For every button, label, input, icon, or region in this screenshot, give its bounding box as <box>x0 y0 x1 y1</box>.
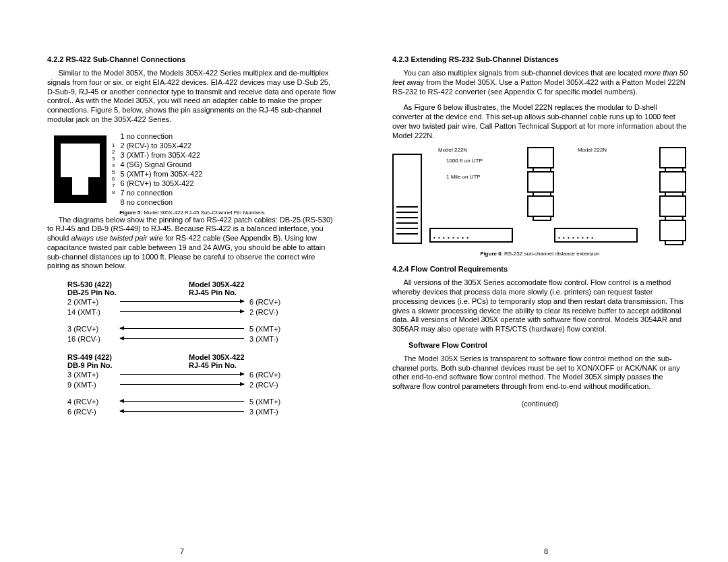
rj45-pin-list: 1 no connection 2 (RCV-) to 305X-422 3 (… <box>120 131 202 207</box>
pinning-table-rs449: RS-449 (422) Model 305X-422 DB-9 Pin No.… <box>67 353 297 416</box>
arrow-left-icon <box>120 328 244 329</box>
rj45-icon <box>54 135 107 203</box>
figure-6: Model 222N Model 222N 1000 ft on UTP 1 M… <box>392 147 688 248</box>
figure-6-caption: Figure 6. RS-232 sub-channel distance ex… <box>392 251 688 257</box>
pin-left: 4 (RCV+) <box>67 398 115 406</box>
continued-label: (continued) <box>392 400 688 408</box>
arrow-right-icon <box>120 384 244 385</box>
pin-right: 3 (XMT-) <box>249 335 297 343</box>
pin-4: 4 (SG) Signal Ground <box>120 160 202 169</box>
table-subhead-left: DB-25 Pin No. <box>67 288 189 296</box>
table-row: 3 (XMT+)6 (RCV+) <box>67 369 297 379</box>
heading-flowcontrol: 4.2.4 Flow Control Requirements <box>392 265 688 273</box>
page-number-left: 7 <box>0 547 364 555</box>
table-row: 4 (RCV+)5 (XMT+) <box>67 396 297 406</box>
pin-3: 3 (XMT-) from 305X-422 <box>120 150 202 160</box>
arrow-left-icon <box>120 338 244 339</box>
pin-right: 5 (XMT+) <box>249 398 297 406</box>
table-head-left: RS-449 (422) <box>67 353 189 361</box>
pin-left: 3 (RCV+) <box>67 325 115 333</box>
arrow-right-icon <box>120 301 244 302</box>
pin-5: 5 (XMT+) from 305X-422 <box>120 169 202 179</box>
table-subhead-left: DB-9 Pin No. <box>67 361 189 369</box>
para-extending-2: As Figure 6 below illustrates, the Model… <box>392 103 688 140</box>
pc-icon <box>527 195 554 217</box>
page-right: 4.2.3 Extending RS-232 Sub-Channel Dista… <box>364 0 728 562</box>
figure-5-caption: Figure 5: Model 305X-422 RJ-45 Sub-Chann… <box>47 210 337 216</box>
table-row: 3 (RCV+)5 (XMT+) <box>67 323 297 334</box>
pin-left: 9 (XMT-) <box>67 381 115 389</box>
arrow-right-icon <box>120 311 244 312</box>
para-softwarefc: The Model 305X Series is transparent to … <box>392 354 688 392</box>
pc-icon <box>527 147 554 168</box>
table-row: 6 (RCV-)3 (XMT-) <box>67 406 297 416</box>
pin-7: 7 no connection <box>120 188 202 197</box>
arrow-left-icon <box>120 411 244 412</box>
arrow-right-icon <box>120 374 244 375</box>
pin-left: 16 (RCV-) <box>67 335 115 343</box>
table-head-right: Model 305X-422 <box>189 353 245 361</box>
heading-extending: 4.2.3 Extending RS-232 Sub-Channel Dista… <box>392 55 688 63</box>
pin-1: 1 no connection <box>120 131 202 141</box>
figure-5: 12345678 1 no connection 2 (RCV-) to 305… <box>54 131 337 207</box>
para-extending-1: You can also multiplex signals from sub-… <box>392 69 688 96</box>
pinning-table-rs530: RS-530 (422) Model 305X-422 DB-25 Pin No… <box>67 280 297 344</box>
table-subhead-right: RJ-45 Pin No. <box>189 288 237 296</box>
heading-softwarefc: Software Flow Control <box>408 341 688 349</box>
para-422-intro: Similar to the Model 305X, the Models 30… <box>47 69 337 125</box>
table-row: 9 (XMT-)2 (RCV-) <box>67 379 297 389</box>
pin-right: 6 (RCV+) <box>249 371 297 379</box>
para-flowcontrol: All versions of the 305X Series accomoda… <box>392 278 688 334</box>
page-number-right: 8 <box>364 547 728 555</box>
table-head-left: RS-530 (422) <box>67 280 189 288</box>
pc-icon <box>659 171 686 193</box>
pin-right: 2 (RCV-) <box>249 381 297 389</box>
pc-icon <box>527 171 554 193</box>
pin-right: 2 (RCV-) <box>249 308 297 316</box>
mux-a-icon <box>429 228 513 243</box>
pin-6: 6 (RCV+) to 305X-422 <box>120 179 202 188</box>
pin-2: 2 (RCV-) to 305X-422 <box>120 141 202 150</box>
fig6-label-1mile: 1 Mile on UTP <box>446 174 481 180</box>
pin-left: 6 (RCV-) <box>67 408 115 416</box>
mux-b-icon <box>554 228 638 243</box>
rj45-pin-index: 12345678 <box>112 142 115 196</box>
table-row: 14 (XMT-)2 (RCV-) <box>67 307 297 317</box>
pin-right: 5 (XMT+) <box>249 325 297 333</box>
pin-left: 3 (XMT+) <box>67 371 115 379</box>
pc-icon <box>659 147 686 168</box>
table-row: 16 (RCV-)3 (XMT-) <box>67 334 297 344</box>
page-left: 4.2.2 RS-422 Sub-Channel Connections Sim… <box>0 0 364 562</box>
pc-icon <box>659 220 686 241</box>
fig6-label-222n-a: Model 222N <box>438 147 467 153</box>
pin-right: 6 (RCV+) <box>249 298 297 306</box>
table-head-right: Model 305X-422 <box>189 280 245 288</box>
fig6-label-222n-b: Model 222N <box>578 147 607 153</box>
fig6-label-1000ft: 1000 ft on UTP <box>446 158 483 164</box>
pc-icon <box>659 195 686 217</box>
arrow-left-icon <box>120 401 244 402</box>
pin-right: 3 (XMT-) <box>249 408 297 416</box>
para-pinning-intro: The diagrams below show the pinning of t… <box>47 216 337 272</box>
table-subhead-right: RJ-45 Pin No. <box>189 361 237 369</box>
heading-422: 4.2.2 RS-422 Sub-Channel Connections <box>47 55 337 63</box>
table-row: 2 (XMT+)6 (RCV+) <box>67 296 297 307</box>
pin-8: 8 no connection <box>120 197 202 207</box>
pin-left: 14 (XMT-) <box>67 308 115 316</box>
server-icon <box>392 154 422 244</box>
pin-left: 2 (XMT+) <box>67 298 115 306</box>
